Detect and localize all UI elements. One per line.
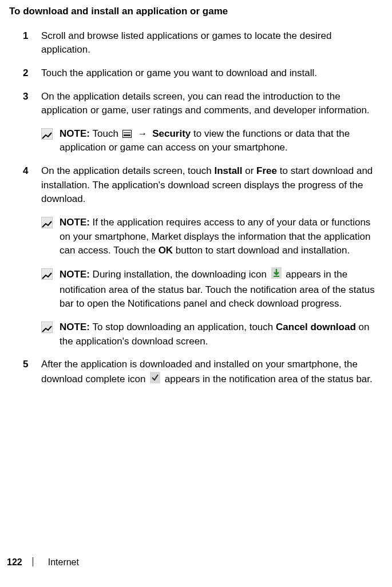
note-icon — [41, 127, 55, 155]
step-5: 5 After the application is downloaded an… — [23, 358, 385, 387]
download-complete-icon — [150, 372, 160, 388]
note-text: NOTE: Touch → Security to view the funct… — [60, 127, 382, 155]
menu-icon — [122, 130, 132, 138]
note-icon — [41, 320, 55, 348]
step-number: 1 — [23, 29, 41, 57]
note-icon — [41, 267, 55, 311]
download-icon — [271, 267, 282, 283]
section-name: Internet — [48, 556, 79, 569]
step-text: On the application details screen, you c… — [41, 90, 385, 118]
note-3: NOTE: During installation, the downloadi… — [41, 267, 385, 311]
note-text: NOTE: If the application requires access… — [60, 216, 382, 258]
note-text: NOTE: During installation, the downloadi… — [60, 267, 382, 311]
step-4: 4 On the application details screen, tou… — [23, 164, 385, 207]
step-number: 5 — [23, 358, 41, 387]
step-number: 4 — [23, 164, 41, 207]
step-number: 2 — [23, 66, 41, 81]
step-1: 1 Scroll and browse listed applications … — [23, 29, 385, 57]
note-4: NOTE: To stop downloading an application… — [41, 320, 385, 348]
step-number: 3 — [23, 90, 41, 118]
step-text: Scroll and browse listed applications or… — [41, 29, 385, 57]
step-text: On the application details screen, touch… — [41, 164, 385, 207]
step-3: 3 On the application details screen, you… — [23, 90, 385, 118]
step-list: 1 Scroll and browse listed applications … — [23, 29, 385, 388]
page-footer: 122 Internet — [7, 556, 79, 569]
section-heading: To download and install an application o… — [9, 5, 385, 19]
step-text: After the application is downloaded and … — [41, 358, 385, 387]
note-1: NOTE: Touch → Security to view the funct… — [41, 127, 385, 155]
step-text: Touch the application or game you want t… — [41, 66, 385, 81]
step-2: 2 Touch the application or game you want… — [23, 66, 385, 81]
svg-rect-6 — [150, 372, 160, 383]
note-2: NOTE: If the application requires access… — [41, 216, 385, 258]
note-icon — [41, 216, 55, 258]
page-number: 122 — [7, 556, 22, 569]
footer-divider — [33, 557, 33, 566]
note-text: NOTE: To stop downloading an application… — [60, 320, 382, 348]
